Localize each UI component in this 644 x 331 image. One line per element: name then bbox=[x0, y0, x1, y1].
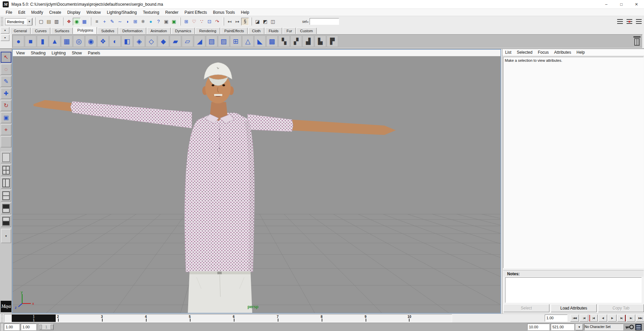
menu-help[interactable]: Help bbox=[238, 10, 252, 15]
uv-texture-editor-icon[interactable]: ▛ bbox=[327, 36, 338, 47]
perspective-viewport[interactable]: View Shading Lighting Show Panels bbox=[12, 49, 501, 314]
menu-render[interactable]: Render bbox=[162, 10, 181, 15]
new-scene-icon[interactable]: ▢ bbox=[37, 18, 45, 26]
select-button[interactable]: Select bbox=[503, 304, 549, 312]
shelf-tab-dynamics[interactable]: Dynamics bbox=[171, 28, 195, 34]
last-tool-used[interactable] bbox=[1, 136, 11, 147]
ae-menu-selected[interactable]: Selected bbox=[517, 50, 533, 55]
viewport-canvas[interactable]: persp y x z bbox=[13, 56, 500, 313]
shelf-tab-menu-button[interactable]: ▾ bbox=[1, 27, 9, 34]
snap-to-view-planes-icon[interactable]: ⊡ bbox=[206, 18, 213, 26]
shelf-tab-custom[interactable]: Custom bbox=[297, 28, 317, 34]
poly-torus-icon[interactable]: ◎ bbox=[73, 36, 85, 47]
render-current-frame-icon[interactable]: ◪ bbox=[254, 18, 261, 26]
uv-spherical-mapping-icon[interactable]: ▟ bbox=[303, 36, 314, 47]
scale-tool[interactable]: ▣ bbox=[1, 112, 11, 123]
subdivide-icon[interactable]: ▨ bbox=[218, 36, 229, 47]
shelf-menu-button[interactable]: ▾ bbox=[1, 35, 9, 41]
maximize-button[interactable]: □ bbox=[614, 0, 629, 9]
input-connections-icon[interactable]: ↤ bbox=[226, 18, 233, 26]
layout-shortcuts-menu-button[interactable]: ▼ bbox=[1, 229, 11, 243]
toggle-attribute-editor-icon[interactable] bbox=[616, 18, 624, 26]
open-scene-icon[interactable]: ▤ bbox=[45, 18, 53, 26]
ae-menu-focus[interactable]: Focus bbox=[538, 50, 549, 55]
shelf-tab-fur[interactable]: Fur bbox=[283, 28, 296, 34]
bevel-icon[interactable]: ▰ bbox=[170, 36, 181, 47]
poly-cone-icon[interactable]: ▲ bbox=[49, 36, 60, 47]
time-slider-grip[interactable] bbox=[1, 314, 3, 323]
select-object-icon[interactable]: ◉ bbox=[73, 18, 80, 26]
chevron-down-icon[interactable]: ▾ bbox=[307, 21, 309, 23]
step-back-key-button[interactable]: |◀ bbox=[589, 315, 598, 322]
snap-to-curves-icon[interactable]: ♡ bbox=[190, 18, 198, 26]
layout-persp-graph-button[interactable] bbox=[1, 190, 11, 201]
auto-keyframe-icon[interactable] bbox=[625, 325, 634, 330]
lasso-select-tool[interactable]: ◌ bbox=[1, 64, 11, 75]
shelf-tab-polygons[interactable]: Polygons bbox=[73, 27, 97, 34]
combine-icon[interactable]: ◐ bbox=[109, 36, 121, 47]
layout-hypergraph-persp-button[interactable] bbox=[1, 203, 11, 214]
menu-set-selector[interactable]: Rendering ▼ bbox=[5, 18, 33, 25]
mask-dynamics-icon[interactable]: ❄ bbox=[139, 18, 147, 26]
shelf-tab-animation[interactable]: Animation bbox=[147, 28, 171, 34]
move-tool[interactable]: ✚ bbox=[1, 88, 11, 99]
select-hierarchy-icon[interactable]: ❖ bbox=[65, 18, 73, 26]
copy-tab-button[interactable]: Copy Tab bbox=[598, 304, 644, 312]
panel-menu-lighting[interactable]: Lighting bbox=[52, 51, 66, 55]
quick-selection-input[interactable] bbox=[310, 18, 339, 25]
shelf-tab-rendering[interactable]: Rendering bbox=[196, 28, 220, 34]
step-forward-key-button[interactable]: ▶| bbox=[617, 315, 626, 322]
quadrangulate-icon[interactable]: ◆ bbox=[158, 36, 169, 47]
menu-lighting-shading[interactable]: Lighting/Shading bbox=[104, 10, 140, 15]
snap-to-points-icon[interactable]: ∵ bbox=[198, 18, 206, 26]
mask-misc-icon[interactable]: ? bbox=[155, 18, 162, 26]
duplicate-face-icon[interactable]: ▩ bbox=[266, 36, 278, 47]
extrude-face-icon[interactable]: ▱ bbox=[182, 36, 193, 47]
extract-icon[interactable]: ◧ bbox=[121, 36, 133, 47]
menu-display[interactable]: Display bbox=[64, 10, 83, 15]
uv-planar-mapping-icon[interactable]: ▚ bbox=[278, 36, 290, 47]
go-to-start-button[interactable]: |◀◀ bbox=[570, 315, 579, 322]
layout-single-persp-button[interactable] bbox=[1, 152, 11, 163]
merge-vertices-icon[interactable]: ▧ bbox=[206, 36, 217, 47]
sculpt-geometry-icon[interactable]: ◈ bbox=[133, 36, 145, 47]
range-end-handle[interactable] bbox=[51, 325, 53, 329]
minimize-button[interactable]: – bbox=[599, 0, 614, 9]
shelf-tab-painteffects[interactable]: PaintEffects bbox=[221, 28, 248, 34]
go-to-end-button[interactable]: ▶▶| bbox=[636, 315, 644, 322]
append-polygon-icon[interactable]: ❖ bbox=[97, 36, 109, 47]
time-slider[interactable]: 1 1 2 3 4 5 6 7 8 9 10 bbox=[4, 314, 452, 322]
menu-paint-effects[interactable]: Paint Effects bbox=[181, 10, 210, 15]
menu-modify[interactable]: Modify bbox=[28, 10, 46, 15]
panel-menu-show[interactable]: Show bbox=[72, 51, 82, 55]
current-frame-marker[interactable]: 1 1 bbox=[12, 315, 56, 322]
output-connections-icon[interactable]: ↦ bbox=[233, 18, 241, 26]
layout-four-view-button[interactable] bbox=[1, 164, 11, 176]
mask-deformations-icon[interactable]: ⊞ bbox=[131, 18, 139, 26]
make-live-icon[interactable]: ↷ bbox=[213, 18, 221, 26]
poly-sphere-icon[interactable]: ● bbox=[13, 36, 24, 47]
mask-curves-icon[interactable]: ∼ bbox=[116, 18, 124, 26]
step-back-frame-button[interactable]: |◀ bbox=[580, 315, 588, 322]
notes-input[interactable] bbox=[505, 277, 642, 303]
playback-start-input[interactable]: 1.00 bbox=[21, 324, 36, 330]
mask-surfaces-icon[interactable]: ◗ bbox=[124, 18, 131, 26]
highlight-selection-icon[interactable]: ▣ bbox=[170, 18, 178, 26]
poly-cylinder-icon[interactable]: ▮ bbox=[37, 36, 48, 47]
menu-texturing[interactable]: Texturing bbox=[140, 10, 162, 15]
panel-menu-shading[interactable]: Shading bbox=[31, 51, 46, 55]
menu-create[interactable]: Create bbox=[46, 10, 64, 15]
panel-menu-view[interactable]: View bbox=[16, 51, 25, 55]
menu-window[interactable]: Window bbox=[84, 10, 104, 15]
mirror-geometry-icon[interactable]: ⊞ bbox=[230, 36, 241, 47]
shelf-tab-cloth[interactable]: Cloth bbox=[248, 28, 264, 34]
menu-edit[interactable]: Edit bbox=[15, 10, 28, 15]
animation-start-input[interactable]: 1.00 bbox=[4, 324, 19, 330]
animation-end-input[interactable]: 521.00 bbox=[551, 324, 574, 330]
range-start-handle[interactable] bbox=[39, 325, 42, 329]
range-slider-grip[interactable] bbox=[1, 323, 3, 331]
show-manipulator-tool[interactable]: ⌖ bbox=[1, 124, 11, 135]
panel-menu-panels[interactable]: Panels bbox=[88, 51, 100, 55]
layout-persp-multi-button[interactable] bbox=[1, 216, 11, 227]
snap-to-grids-icon[interactable]: ⊞ bbox=[182, 18, 190, 26]
